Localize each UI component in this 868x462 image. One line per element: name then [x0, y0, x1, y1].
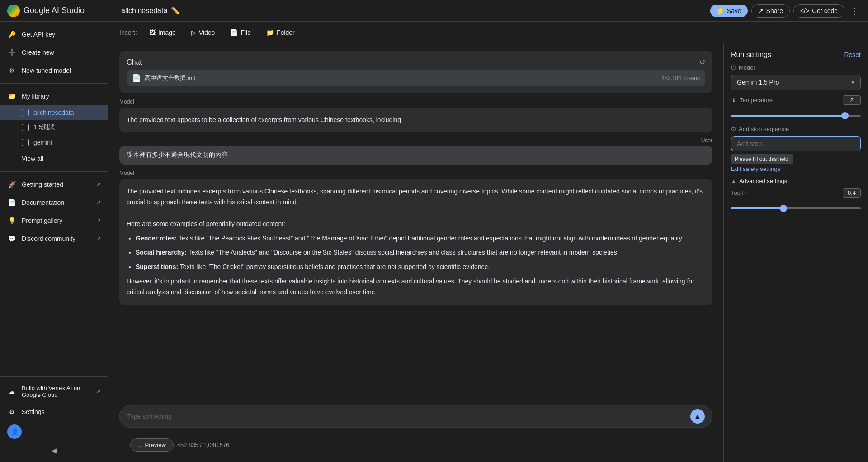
model-label-text: Model [739, 64, 755, 71]
insert-video-button[interactable]: ▷ Video [184, 26, 222, 39]
file-chip: 📄 高中语文全数据.md 452,184 Tokens [127, 70, 705, 86]
edit-icon[interactable]: ✏️ [171, 6, 180, 15]
temperature-icon: 🌡 [731, 97, 737, 104]
run-settings-panel: Run settings Reset ⬡ Model Gemini 1.5 Pr… [723, 43, 868, 462]
view-all-label: View all [22, 155, 43, 162]
send-button[interactable]: ▲ [690, 409, 705, 424]
sidebar-item-api-key[interactable]: 🔑 Get API key [0, 25, 108, 43]
discord-icon: 💬 [7, 234, 16, 243]
collapse-sidebar-button[interactable]: ◀ [0, 443, 108, 458]
sidebar-sub-item-gemini[interactable]: gemini [0, 135, 108, 150]
insert-folder-button[interactable]: 📁 Folder [259, 26, 302, 39]
model-select-wrapper: Gemini 1.5 Pro Gemini 1.5 Flash Gemini U… [731, 75, 861, 90]
app-title: Google AI Studio [7, 5, 116, 17]
sidebar-item-settings[interactable]: ⚙ Settings [0, 403, 108, 421]
getting-started-icon: 🚀 [7, 180, 16, 189]
bullet-superstitions: Superstitions: Texts like "The Cricket" … [136, 262, 705, 273]
token-badge: 452,184 Tokens [661, 75, 700, 81]
model-select[interactable]: Gemini 1.5 Pro Gemini 1.5 Flash Gemini U… [731, 75, 861, 90]
edit-safety-link[interactable]: Edit safety settings [731, 165, 861, 172]
view-all-icon [7, 154, 16, 163]
insert-file-button[interactable]: 📄 File [223, 26, 258, 39]
stop-sequence-input[interactable] [731, 136, 861, 151]
run-settings-header: Run settings Reset [731, 51, 861, 59]
temperature-section: 🌡 Temperature 2 [731, 95, 861, 120]
bullet-gender-text: Texts like "The Peacock Flies Southeast"… [177, 235, 684, 242]
bullet-social-bold: Social hierarchy: [136, 249, 187, 256]
api-key-label: Get API key [22, 31, 55, 38]
sidebar-sub-item-allchinesedata[interactable]: allchinesedata [0, 105, 108, 120]
sidebar-item-create-new[interactable]: ➕ Create new [0, 43, 108, 61]
documentation-icon: 📄 [7, 198, 16, 207]
reset-button[interactable]: Reset [844, 51, 861, 58]
top-p-section: Top P 0.4 [731, 188, 861, 213]
file-icon: 📄 [230, 29, 238, 36]
advanced-section: ▲ Advanced settings Top P 0.4 [731, 178, 861, 213]
new-tuned-model-icon: ⚙ [7, 66, 16, 75]
stop-sequence-section: ⊙ Add stop sequence Please fill out this… [731, 126, 861, 151]
sidebar-item-getting-started[interactable]: 🚀 Getting started ↗ [0, 175, 108, 193]
refresh-button[interactable]: ↺ [699, 58, 705, 66]
user-avatar[interactable]: 👤 [7, 424, 22, 439]
sidebar-item-vertex[interactable]: ☁ Build with Vertex AI on Google Cloud ↗ [0, 380, 108, 403]
external-link-icon-4: ↗ [96, 236, 101, 242]
chat-icon-1-5 [22, 124, 29, 131]
sidebar-item-documentation[interactable]: 📄 Documentation ↗ [0, 193, 108, 212]
temperature-slider[interactable] [731, 115, 861, 117]
top-p-label-text: Top P [731, 189, 746, 196]
more-options-icon[interactable]: ⋮ [848, 4, 861, 18]
sidebar-item-prompt-gallery[interactable]: 💡 Prompt gallery ↗ [0, 212, 108, 230]
advanced-header[interactable]: ▲ Advanced settings [731, 178, 861, 184]
chat-input[interactable] [127, 413, 687, 420]
temperature-row: 🌡 Temperature 2 [731, 95, 861, 105]
model-section: ⬡ Model Gemini 1.5 Pro Gemini 1.5 Flash … [731, 64, 861, 90]
bullet-social-hierarchy: Social hierarchy: Texts like "The Analec… [136, 247, 705, 258]
documentation-label: Documentation [22, 199, 64, 206]
save-label: Save [727, 7, 741, 14]
preview-icon: ≡ [138, 442, 142, 448]
create-new-icon: ➕ [7, 48, 16, 57]
chat-label-allchinesedata: allchinesedata [33, 109, 74, 116]
chat-icon-gemini [22, 139, 29, 146]
app-title-text: Google AI Studio [24, 6, 85, 15]
vertex-label: Build with Vertex AI on Google Cloud [22, 385, 91, 398]
prompt-gallery-icon: 💡 [7, 216, 16, 225]
folder-icon: 📁 [266, 29, 274, 36]
get-code-button[interactable]: </> Get code [793, 4, 844, 18]
chat-header-card: Chat ↺ 📄 高中语文全数据.md 452,184 Tokens [119, 51, 712, 93]
stop-seq-icon: ⊙ [731, 126, 736, 132]
preview-button[interactable]: ≡ Preview [130, 438, 174, 452]
model-response-intro: The provided text includes excerpts from… [127, 186, 705, 208]
sidebar-divider-1 [0, 83, 108, 84]
top-p-value: 0.4 [843, 188, 861, 198]
sidebar-divider-3 [0, 376, 108, 377]
sidebar-item-my-library[interactable]: 📁 My library [0, 87, 108, 105]
user-avatar-row: 👤 [0, 421, 108, 443]
share-icon: ↗ [758, 7, 764, 14]
settings-icon: ⚙ [7, 407, 16, 416]
top-p-slider-container [731, 201, 861, 213]
temperature-label: 🌡 Temperature [731, 97, 773, 104]
sidebar-item-view-all[interactable]: View all [0, 150, 108, 168]
prompt-gallery-label: Prompt gallery [22, 217, 62, 224]
preview-bar: ≡ Preview 452,835 / 1,048,576 [119, 435, 712, 455]
getting-started-label: Getting started [22, 181, 63, 188]
stop-seq-label-text: Add stop sequence [739, 126, 789, 132]
model-response-2-card: The provided text includes excerpts from… [119, 179, 712, 305]
model-label-1: Model [119, 99, 712, 105]
my-library-label: My library [22, 93, 49, 100]
content-area: Insert: 🖼 Image ▷ Video 📄 File 📁 Folder [108, 22, 868, 462]
sidebar-item-discord[interactable]: 💬 Discord community ↗ [0, 230, 108, 248]
model-response-heading: Here are some examples of potentially ou… [127, 219, 705, 230]
share-button[interactable]: ↗ Share [751, 4, 790, 18]
insert-file-label: File [241, 29, 251, 36]
sidebar-sub-item-1-5[interactable]: 1.5測試 [0, 120, 108, 135]
save-button[interactable]: ⭐ Save [710, 5, 748, 17]
top-p-slider[interactable] [731, 207, 861, 209]
insert-image-label: Image [158, 29, 176, 36]
api-key-icon: 🔑 [7, 30, 16, 39]
sidebar-item-new-tuned-model[interactable]: ⚙ New tuned model [0, 61, 108, 80]
topbar-center: allchinesedata ✏️ [121, 6, 705, 15]
collapse-icon: ◀ [52, 446, 57, 455]
insert-image-button[interactable]: 🖼 Image [142, 26, 183, 39]
